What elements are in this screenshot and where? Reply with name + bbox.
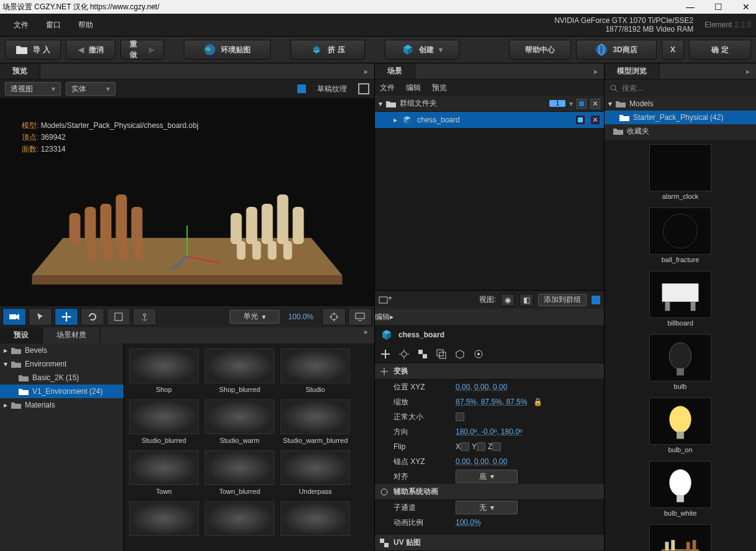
fullscreen-icon[interactable] xyxy=(358,83,369,94)
light-dropdown[interactable]: 单光 ▾ xyxy=(230,310,279,324)
visibility-toggle[interactable] xyxy=(577,99,587,109)
toggle-square[interactable] xyxy=(592,296,600,304)
create-button[interactable]: 创建▾ xyxy=(385,40,459,60)
preset-thumb[interactable]: Studio xyxy=(281,348,350,393)
maximize-button[interactable]: ☐ xyxy=(711,2,726,12)
import-button[interactable]: 导 入 xyxy=(5,40,61,60)
prop-align[interactable]: 对齐底 ▾ xyxy=(375,469,604,484)
preset-thumb[interactable]: Shop_blurred xyxy=(205,348,274,393)
camera-plus-icon[interactable]: + xyxy=(379,295,392,305)
menu-help[interactable]: 帮助 xyxy=(70,17,102,33)
undo-button[interactable]: ◀撤消 xyxy=(66,40,115,60)
select-button[interactable] xyxy=(29,308,52,326)
aux-section[interactable]: 辅助系统动画 xyxy=(375,484,604,500)
prop-direction[interactable]: 方向180.0º, -0.0º, 180.0º xyxy=(375,424,604,439)
preset-thumb[interactable]: Studio_warm xyxy=(205,399,274,444)
tree-materials[interactable]: ▸Materials xyxy=(0,398,124,412)
panel-arrow-icon[interactable]: ▸ xyxy=(358,327,374,344)
display-button[interactable] xyxy=(348,308,372,326)
tree-basic2k[interactable]: Basic_2K (15) xyxy=(0,371,124,385)
tree-favorites[interactable]: 收藏夹 xyxy=(605,124,756,138)
tree-v1-environment[interactable]: V1_Environment (24) xyxy=(0,385,124,398)
model-thumb[interactable] xyxy=(649,524,711,551)
minimize-button[interactable]: — xyxy=(682,2,698,12)
channel-dropdown[interactable]: 无 ▾ xyxy=(456,501,518,514)
extrude-button[interactable]: 挤 压 xyxy=(290,40,365,60)
prop-normal-size[interactable]: 正常大小 xyxy=(375,409,604,424)
preset-thumb[interactable]: Shop xyxy=(129,348,199,393)
preset-thumb[interactable]: Studio_blurred xyxy=(129,399,199,444)
panel-arrow-icon[interactable]: ▸ xyxy=(588,67,604,76)
target-button[interactable] xyxy=(322,308,346,326)
add-to-group-button[interactable]: 添加到群组 xyxy=(538,294,587,306)
preset-thumb[interactable]: Town xyxy=(129,450,199,495)
panel-arrow-icon[interactable]: ▸ xyxy=(358,67,374,76)
prop-anchor[interactable]: 锚点 XYZ0.00, 0.00, 0.00 xyxy=(375,454,604,469)
move-button[interactable] xyxy=(55,308,78,326)
3d-viewport[interactable]: 模型: Models/Starter_Pack_Physical/chess_b… xyxy=(0,98,374,306)
rotate-button[interactable] xyxy=(81,308,104,326)
close-button[interactable]: ✕ xyxy=(739,2,754,12)
preset-thumb[interactable]: Studio_warm_blurred xyxy=(281,399,350,444)
model-thumb[interactable]: alarm_clock xyxy=(649,144,711,200)
ok-button[interactable]: 确 定 xyxy=(689,40,751,60)
prop-position[interactable]: 位置 XYZ0.00, 0.00, 0.00 xyxy=(375,380,604,394)
scene-tab[interactable]: 场景 xyxy=(375,63,415,79)
checker-icon[interactable] xyxy=(417,348,428,360)
preset-thumb[interactable]: Underpass xyxy=(281,450,350,495)
menu-window[interactable]: 窗口 xyxy=(37,17,70,33)
browser-tab[interactable]: 模型浏览 xyxy=(605,63,660,79)
scale-button[interactable] xyxy=(107,308,130,326)
helpcenter-button[interactable]: 帮助中心 xyxy=(509,40,571,60)
prop-ratio[interactable]: 动画比例100.0% xyxy=(375,515,604,530)
group-badge[interactable]: 1 xyxy=(549,100,565,107)
copy-icon[interactable] xyxy=(436,348,447,360)
visibility-toggle[interactable] xyxy=(575,115,585,125)
view-dropdown[interactable]: 透视图▾ xyxy=(5,82,61,96)
x-button[interactable]: X xyxy=(662,40,684,60)
prop-flip[interactable]: FlipXYZ xyxy=(375,439,604,454)
prop-channel[interactable]: 子通道无 ▾ xyxy=(375,500,604,515)
model-thumb[interactable]: billboard xyxy=(649,271,711,327)
box-icon[interactable] xyxy=(454,348,466,360)
delete-button[interactable]: ✕ xyxy=(590,99,600,109)
edit-tab[interactable]: 编辑 xyxy=(375,312,390,322)
transform-section[interactable]: 变换 xyxy=(375,363,604,380)
scene-edit[interactable]: 编辑 xyxy=(406,83,421,93)
panel-arrow-icon[interactable]: ▸ xyxy=(740,67,756,76)
model-thumb[interactable]: bulb_on xyxy=(649,398,711,453)
group-folder-row[interactable]: ▾ 群组文件夹 1▾ ✕ xyxy=(375,96,604,112)
tree-models[interactable]: ▾Models xyxy=(605,97,756,111)
preview-tab[interactable]: 预览 xyxy=(0,63,40,79)
cube-button[interactable]: ◧ xyxy=(520,294,533,306)
scene-preview[interactable]: 预览 xyxy=(432,83,447,93)
object-chess-board[interactable]: ▸ chess_board ✕ xyxy=(375,112,604,128)
model-thumb[interactable]: bulb xyxy=(649,334,711,390)
lock-icon[interactable]: 🔒 xyxy=(533,398,542,406)
gear-icon[interactable] xyxy=(398,348,410,360)
tree-environment[interactable]: ▾Environment xyxy=(0,357,124,371)
tree-starter-pack[interactable]: Starter_Pack_Physical (42) xyxy=(605,111,756,124)
scene-file[interactable]: 文件 xyxy=(380,83,395,93)
delete-button[interactable]: ✕ xyxy=(590,115,600,125)
uv-section[interactable]: UV 贴图 xyxy=(375,535,604,551)
align-dropdown[interactable]: 底 ▾ xyxy=(456,470,518,483)
scene-materials-tab[interactable]: 场景材质 xyxy=(43,327,101,344)
model-thumb[interactable]: bulb_white xyxy=(649,461,711,517)
env-map-button[interactable]: 环境贴图 xyxy=(184,40,271,60)
draft-indicator[interactable] xyxy=(297,84,306,93)
checkbox-y[interactable] xyxy=(477,442,485,451)
settings-icon[interactable] xyxy=(473,348,484,360)
move-icon[interactable] xyxy=(380,348,391,360)
shop-button[interactable]: 3D商店 xyxy=(576,40,657,60)
search-input[interactable] xyxy=(622,84,751,93)
presets-tab[interactable]: 预设 xyxy=(0,327,43,344)
panel-arrow-icon[interactable]: ▸ xyxy=(390,312,394,321)
camera-button[interactable] xyxy=(2,308,26,326)
anchor-button[interactable] xyxy=(133,308,156,326)
tree-bevels[interactable]: ▸Bevels xyxy=(0,344,124,357)
shading-dropdown[interactable]: 实体▾ xyxy=(66,82,115,96)
sphere-button[interactable]: ◉ xyxy=(501,294,515,306)
checkbox[interactable] xyxy=(456,412,464,421)
checkbox-x[interactable] xyxy=(461,442,469,451)
